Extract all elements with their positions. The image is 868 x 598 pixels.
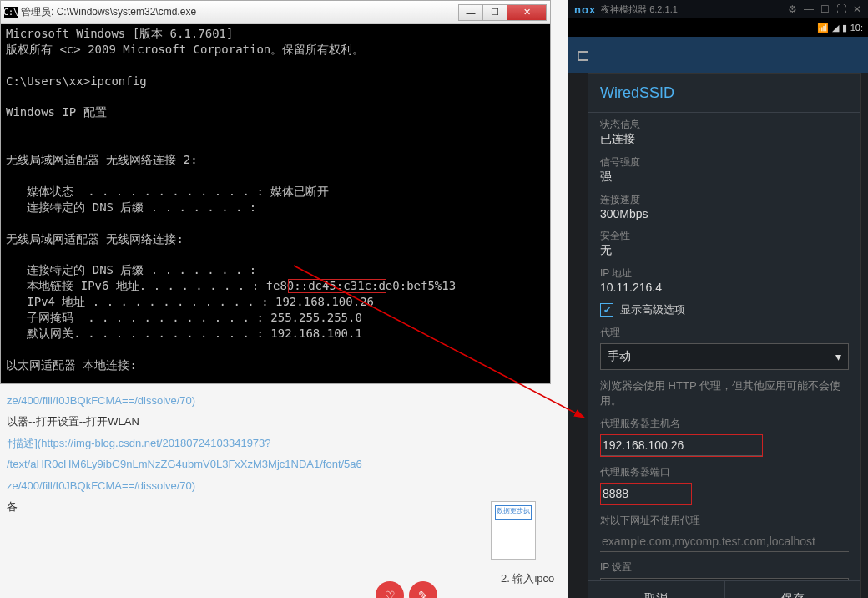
status-label: 状态信息 [600,118,849,132]
cmd-output: Microsoft Windows [版本 6.1.7601] 版权所有 <c>… [1,24,550,383]
ip-label: IP 地址 [600,266,849,281]
battery-icon: ▮ [842,23,847,33]
cmd-icon: C:\ [4,7,18,18]
advanced-label: 显示高级选项 [620,302,685,317]
proxy-select[interactable]: 手动▾ [600,343,849,370]
android-status-bar: 📶 ◢ ▮ 10: [568,18,868,37]
bg-line: †描述](https://img-blog.csdn.net/201807241… [7,433,544,453]
cancel-button[interactable]: 取消 [588,581,724,598]
nox-emulator-window: nox 夜神模拟器 6.2.1.1 ⚙ — ☐ ⛶ ✕ 📶 ◢ ▮ 10: ⊏ … [568,0,868,598]
security-label: 安全性 [600,229,849,243]
host-label: 代理服务器主机名 [600,417,849,431]
settings-icon[interactable]: ⚙ [788,3,797,15]
checkbox-icon[interactable]: ✔ [600,303,613,317]
nox-titlebar[interactable]: nox 夜神模拟器 6.2.1.1 ⚙ — ☐ ⛶ ✕ [568,0,868,18]
port-label: 代理服务器端口 [600,465,849,479]
ip-highlight-box [288,279,386,293]
speed-value: 300Mbps [600,207,849,220]
maximize-icon[interactable]: ☐ [820,3,830,15]
wifi-settings-dialog: WiredSSID 状态信息已连接 信号强度强 连接速度300Mbps 安全性无… [588,73,861,598]
bypass-label: 对以下网址不使用代理 [600,514,849,528]
proxy-port-input[interactable] [601,484,691,504]
bg-line: ze/400/fill/I0JBQkFCMA==/dissolve/70) [7,391,544,410]
dialog-title: WiredSSID [588,74,860,113]
security-value: 无 [600,243,849,258]
proxy-label: 代理 [600,326,849,340]
floating-buttons: ♡ ✎ [376,581,437,598]
bg-line: 各 [7,497,544,516]
speed-label: 连接速度 [600,193,849,207]
status-value: 已连接 [600,132,849,147]
bg-line: /text/aHR0cHM6Ly9ibG9nLmNzZG4ubmV0L3FxXz… [7,454,544,474]
thumb-label: 数据更步执 [495,505,532,520]
nox-logo: nox [574,3,596,16]
signal-label: 信号强度 [600,155,849,170]
back-icon[interactable]: ⊏ [576,45,590,65]
proxy-host-input[interactable] [601,435,762,456]
close-icon[interactable]: ✕ [853,3,861,15]
like-button[interactable]: ♡ [376,581,404,598]
background-article: ze/400/fill/I0JBQkFCMA==/dissolve/70) 以器… [0,384,551,525]
close-button[interactable]: ✕ [507,4,547,21]
signal-icon: ◢ [832,23,839,33]
ipset-label: IP 设置 [600,560,849,575]
cmd-titlebar[interactable]: C:\ 管理员: C:\Windows\system32\cmd.exe — ☐… [1,1,550,24]
ip-value: 10.11.216.4 [600,281,849,294]
status-time: 10: [850,23,863,33]
android-header: ⊏ [568,37,868,73]
minimize-button[interactable]: — [458,4,483,21]
minimize-icon[interactable]: — [804,3,814,15]
bypass-input[interactable] [600,531,849,552]
bg-line: ze/400/fill/I0JBQkFCMA==/dissolve/70) [7,476,544,495]
proxy-hint: 浏览器会使用 HTTP 代理，但其他应用可能不会使用。 [600,378,849,408]
step-caption: 2. 输入ipco [501,571,554,586]
fullscreen-icon[interactable]: ⛶ [836,3,846,15]
save-button[interactable]: 保存 [724,581,861,598]
signal-value: 强 [600,170,849,185]
chevron-down-icon: ▾ [835,350,841,363]
thumbnail[interactable]: 数据更步执 [491,501,536,560]
bg-line: 以器--打开设置--打开WLAN [7,412,544,431]
comment-button[interactable]: ✎ [409,581,437,598]
cmd-window: C:\ 管理员: C:\Windows\system32\cmd.exe — ☐… [0,0,551,384]
advanced-checkbox-row[interactable]: ✔ 显示高级选项 [600,302,849,317]
maximize-button[interactable]: ☐ [482,4,507,21]
cmd-title: 管理员: C:\Windows\system32\cmd.exe [21,5,459,19]
nox-title: 夜神模拟器 6.2.1.1 [601,3,781,16]
wifi-icon: 📶 [817,23,829,33]
